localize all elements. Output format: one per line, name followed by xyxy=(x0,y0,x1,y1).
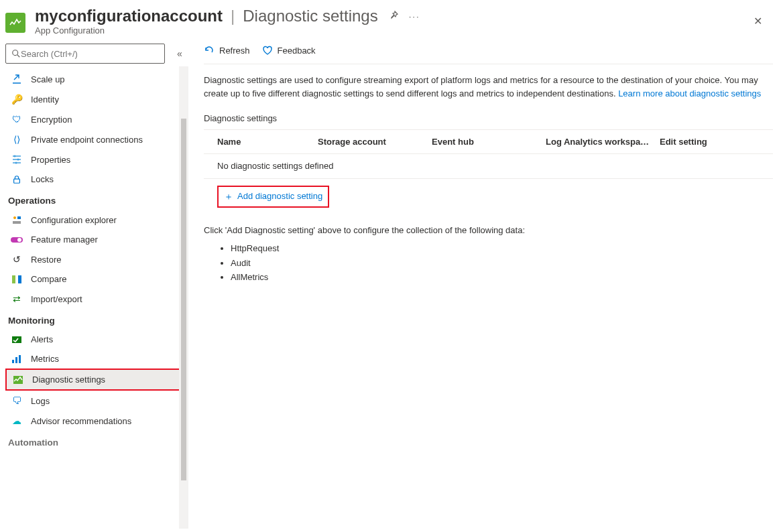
sidebar-item-logs[interactable]: 🗨Logs xyxy=(5,391,188,411)
sidebar-item-restore[interactable]: ↺Restore xyxy=(5,249,188,269)
sidebar-item-properties[interactable]: Properties xyxy=(5,149,188,170)
svg-rect-7 xyxy=(17,216,21,219)
section-label: Diagnostic settings xyxy=(204,112,773,125)
add-diagnostic-setting-button[interactable]: ＋ Add diagnostic setting xyxy=(217,186,329,208)
col-storage-account: Storage account xyxy=(318,135,432,149)
sidebar-item-label: Encryption xyxy=(31,115,72,125)
svg-rect-8 xyxy=(13,221,21,224)
sidebar-item-label: Private endpoint connections xyxy=(31,135,143,145)
toggle-icon xyxy=(11,236,23,244)
sidebar-item-label: Locks xyxy=(31,174,54,184)
svg-point-10 xyxy=(17,238,21,242)
page-title: Diagnostic settings xyxy=(243,7,377,25)
sidebar-item-label: Identity xyxy=(31,94,59,105)
resource-icon xyxy=(5,13,25,33)
sidebar-item-label: Diagnostic settings xyxy=(32,375,105,385)
nav-section-monitoring: Monitoring xyxy=(5,309,188,330)
sidebar-item-import-export[interactable]: ⇄Import/export xyxy=(5,289,188,309)
more-icon[interactable]: ··· xyxy=(409,11,420,21)
config-explorer-icon xyxy=(11,214,23,225)
sidebar-item-alerts[interactable]: Alerts xyxy=(5,330,188,349)
svg-rect-15 xyxy=(15,357,17,363)
svg-rect-14 xyxy=(12,360,14,363)
col-name: Name xyxy=(204,135,318,149)
identity-icon: 🔑 xyxy=(11,94,23,105)
sidebar-item-encryption[interactable]: 🛡Encryption xyxy=(5,109,188,129)
intro-text: Diagnostic settings are used to configur… xyxy=(204,74,773,100)
heart-icon xyxy=(262,45,273,56)
refresh-icon xyxy=(204,45,215,56)
sidebar-item-label: Alerts xyxy=(31,334,53,344)
blade-header: myconfigurationaccount | Diagnostic sett… xyxy=(0,0,777,38)
col-edit-setting: Edit setting xyxy=(660,135,707,149)
scrollbar-thumb[interactable] xyxy=(181,119,186,480)
endpoint-icon: ⟨⟩ xyxy=(11,134,23,145)
logs-icon: 🗨 xyxy=(11,395,23,406)
svg-rect-11 xyxy=(12,275,15,283)
learn-more-link[interactable]: Learn more about diagnostic settings xyxy=(618,88,761,98)
sidebar-item-label: Logs xyxy=(31,396,50,406)
pin-icon[interactable] xyxy=(389,11,400,21)
svg-rect-16 xyxy=(19,355,21,363)
advisor-icon: ☁ xyxy=(11,415,23,426)
main-content: Refresh Feedback Diagnostic settings are… xyxy=(188,38,777,529)
sidebar-item-config-explorer[interactable]: Configuration explorer xyxy=(5,210,188,230)
sidebar-item-identity[interactable]: 🔑Identity xyxy=(5,89,188,109)
feedback-label: Feedback xyxy=(278,46,316,56)
sidebar-item-label: Configuration explorer xyxy=(31,215,117,225)
feedback-button[interactable]: Feedback xyxy=(262,45,316,56)
sidebar-item-label: Properties xyxy=(31,155,70,165)
empty-message: No diagnostic settings defined xyxy=(204,159,333,173)
list-item: Audit xyxy=(231,257,773,270)
hint-text: Click 'Add Diagnostic setting' above to … xyxy=(204,224,773,237)
svg-point-2 xyxy=(14,155,16,157)
shield-icon: 🛡 xyxy=(11,114,23,125)
diagnostic-settings-table: Name Storage account Event hub Log Analy… xyxy=(204,129,773,214)
sidebar-item-label: Scale up xyxy=(31,74,65,84)
close-button[interactable]: ✕ xyxy=(744,11,772,31)
nav-section-operations: Operations xyxy=(5,189,188,210)
add-label: Add diagnostic setting xyxy=(237,190,322,203)
data-categories-list: HttpRequest Audit AllMetrics xyxy=(231,242,773,284)
lock-icon xyxy=(11,175,23,184)
search-input-wrap[interactable] xyxy=(5,44,165,64)
sidebar: « Scale up 🔑Identity 🛡Encryption ⟨⟩Priva… xyxy=(0,38,188,529)
properties-icon xyxy=(11,154,23,165)
refresh-label: Refresh xyxy=(219,46,250,56)
sidebar-item-label: Advisor recommendations xyxy=(31,416,131,426)
col-event-hub: Event hub xyxy=(432,135,546,149)
sidebar-item-advisor[interactable]: ☁Advisor recommendations xyxy=(5,411,188,431)
sidebar-item-metrics[interactable]: Metrics xyxy=(5,349,188,369)
scale-up-icon xyxy=(11,74,23,84)
alerts-icon xyxy=(11,335,23,344)
toolbar: Refresh Feedback xyxy=(204,38,777,64)
list-item: HttpRequest xyxy=(231,242,773,255)
table-header: Name Storage account Event hub Log Analy… xyxy=(204,129,773,155)
sidebar-item-feature-manager[interactable]: Feature manager xyxy=(5,230,188,249)
svg-line-1 xyxy=(17,55,20,58)
sidebar-item-label: Import/export xyxy=(31,294,82,304)
search-input[interactable] xyxy=(21,49,159,59)
sidebar-item-label: Metrics xyxy=(31,354,59,364)
import-export-icon: ⇄ xyxy=(11,293,23,304)
sidebar-item-compare[interactable]: Compare xyxy=(5,269,188,289)
sidebar-item-label: Feature manager xyxy=(31,235,98,245)
sidebar-item-private-endpoints[interactable]: ⟨⟩Private endpoint connections xyxy=(5,129,188,149)
nav-section-automation: Automation xyxy=(5,431,188,452)
col-log-analytics: Log Analytics workspa… xyxy=(546,135,660,149)
sidebar-item-scale-up[interactable]: Scale up xyxy=(5,69,188,89)
table-row-empty: No diagnostic settings defined xyxy=(204,154,773,179)
sidebar-item-locks[interactable]: Locks xyxy=(5,170,188,189)
svg-rect-5 xyxy=(14,179,20,183)
sidebar-item-label: Restore xyxy=(31,255,62,265)
diagnostic-icon xyxy=(12,375,24,385)
refresh-button[interactable]: Refresh xyxy=(204,45,250,56)
sidebar-item-diagnostic-settings[interactable]: Diagnostic settings xyxy=(5,369,188,391)
resource-name: myconfigurationaccount xyxy=(35,7,223,25)
svg-point-3 xyxy=(17,159,19,161)
collapse-sidebar-button[interactable]: « xyxy=(172,48,188,59)
metrics-icon xyxy=(11,354,23,364)
svg-point-0 xyxy=(13,50,18,56)
list-item: AllMetrics xyxy=(231,271,773,284)
sidebar-scrollbar[interactable] xyxy=(179,66,188,529)
